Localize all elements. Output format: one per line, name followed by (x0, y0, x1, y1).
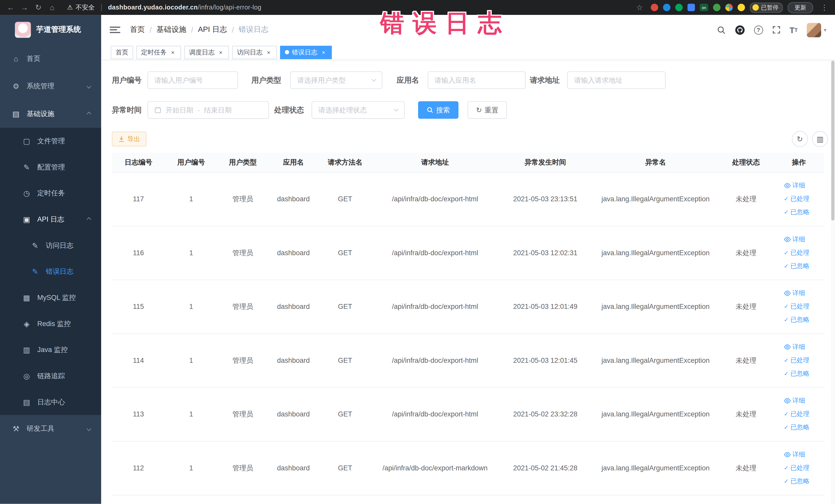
search-icon[interactable] (717, 25, 726, 35)
sidebar-item-config-mgmt[interactable]: ✎ 配置管理 (0, 154, 101, 180)
action-detail[interactable]: 详细 (784, 343, 805, 351)
check-icon: ✓ (784, 411, 789, 418)
action-processed[interactable]: ✓已处理 (784, 194, 810, 203)
extension-icon[interactable] (726, 4, 733, 11)
table-row[interactable]: 114 1 管理员 dashboard GET /api/infra/db-do… (112, 334, 824, 387)
action-ignored[interactable]: ✓已忽略 (784, 369, 810, 378)
tab-error-log[interactable]: 错误日志 × (280, 45, 332, 59)
app-name-input[interactable] (428, 72, 526, 89)
export-button[interactable]: 导出 (112, 132, 147, 146)
user-id-input[interactable] (148, 72, 238, 89)
close-icon[interactable]: × (265, 49, 272, 56)
breadcrumb-item[interactable]: 首页 (130, 25, 145, 35)
action-processed[interactable]: ✓已处理 (784, 463, 810, 472)
action-processed[interactable]: ✓已处理 (784, 409, 810, 419)
refresh-button[interactable]: ↻ (792, 131, 808, 147)
action-ignored[interactable]: ✓已忽略 (784, 423, 810, 432)
sidebar-item-java-monitor[interactable]: ▥ Java 监控 (0, 337, 101, 363)
github-icon[interactable] (735, 25, 745, 35)
cell-user-id: 1 (165, 334, 217, 387)
reset-button-label: 重置 (485, 105, 498, 115)
table-row[interactable]: 116 1 管理员 dashboard GET /api/infra/db-do… (112, 226, 824, 280)
sidebar-item-file-mgmt[interactable]: ▢ 文件管理 (0, 128, 101, 154)
sidebar-item-system-mgmt[interactable]: ⚙ 系统管理 (0, 73, 101, 100)
browser-forward-icon[interactable]: → (18, 2, 31, 13)
action-ignored[interactable]: ✓已忽略 (784, 477, 810, 486)
extension-icon[interactable] (663, 4, 670, 11)
user-menu[interactable]: ▾ (807, 23, 827, 37)
tab-schedule-log[interactable]: 调度日志 × (184, 45, 229, 59)
security-label: 不安全 (76, 3, 95, 12)
close-icon[interactable]: × (217, 49, 224, 56)
action-detail[interactable]: 详细 (784, 450, 805, 459)
action-ignored[interactable]: ✓已忽略 (784, 315, 810, 324)
tab-scheduled-tasks[interactable]: 定时任务 × (136, 45, 181, 59)
breadcrumb-item[interactable]: API 日志 (198, 25, 227, 35)
address-bar[interactable]: dashboard.yudao.iocoder.cn/infra/log/api… (108, 4, 262, 11)
action-detail[interactable]: 详细 (784, 288, 805, 298)
table-row[interactable]: 117 1 管理员 dashboard GET /api/infra/db-do… (112, 172, 824, 226)
action-detail[interactable]: 详细 (784, 235, 805, 244)
extension-icon[interactable] (737, 4, 745, 11)
sidebar-item-error-log[interactable]: ✎ 错误日志 (0, 258, 101, 284)
reset-button[interactable]: ↻ 重置 (467, 101, 507, 119)
logo[interactable]: 芋道管理系统 (0, 15, 101, 45)
extension-icon[interactable] (675, 4, 683, 11)
cell-status: 未处理 (719, 387, 773, 441)
action-detail[interactable]: 详细 (784, 181, 805, 190)
extension-icon[interactable] (687, 4, 695, 11)
hamburger-icon[interactable] (109, 27, 120, 33)
status-select[interactable]: 请选择处理状态 (312, 101, 405, 119)
action-processed[interactable]: ✓已处理 (784, 248, 810, 257)
scrollbar[interactable] (831, 60, 835, 504)
action-processed[interactable]: ✓已处理 (784, 356, 810, 365)
security-chip[interactable]: ⚠ 不安全 (67, 3, 95, 12)
table-row[interactable]: 115 1 管理员 dashboard GET /api/infra/db-do… (112, 280, 824, 334)
extension-on-badge[interactable]: on (700, 4, 708, 11)
date-range-picker[interactable]: 开始日期 - 结束日期 (148, 101, 269, 119)
caret-down-icon: ▾ (824, 27, 826, 33)
sidebar-item-home[interactable]: ⌂ 首页 (0, 45, 101, 73)
sidebar-item-label: 研发工具 (27, 424, 55, 434)
extension-icon[interactable] (651, 4, 658, 11)
check-icon: ✓ (784, 424, 789, 431)
breadcrumb-item[interactable]: 基础设施 (157, 25, 186, 35)
close-icon[interactable]: × (169, 49, 176, 56)
table-row[interactable]: 112 1 管理员 dashboard GET /api/infra/db-do… (112, 441, 824, 495)
sidebar-item-dev-tools[interactable]: ⚒ 研发工具 (0, 415, 101, 443)
browser-home-icon[interactable]: ⌂ (46, 2, 59, 13)
sidebar-item-redis-monitor[interactable]: ◈ Redis 监控 (0, 310, 101, 337)
fullscreen-icon[interactable] (772, 26, 780, 34)
font-size-icon[interactable]: TT (790, 25, 798, 35)
scrollbar-thumb[interactable] (831, 61, 834, 221)
sidebar-item-access-log[interactable]: ✎ 访问日志 (0, 233, 101, 259)
browser-back-icon[interactable]: ← (4, 2, 17, 13)
user-type-select[interactable]: 请选择用户类型 (290, 72, 383, 89)
cell-request-url: /api/infra/db-doc/export-html (372, 280, 498, 334)
kebab-menu-icon[interactable]: ⋮ (818, 2, 831, 13)
action-processed[interactable]: ✓已处理 (784, 302, 810, 311)
extension-icon[interactable] (713, 4, 720, 11)
paused-badge[interactable]: 已暂停 (750, 2, 783, 12)
help-icon[interactable]: ? (754, 25, 763, 35)
column-settings-button[interactable]: ▥ (812, 131, 828, 147)
sidebar-item-infrastructure[interactable]: ▤ 基础设施 (0, 100, 101, 128)
browser-reload-icon[interactable]: ↻ (32, 2, 45, 13)
action-ignored[interactable]: ✓已忽略 (784, 262, 810, 270)
table-row[interactable]: 113 1 管理员 dashboard GET /api/infra/db-do… (112, 387, 824, 441)
update-button[interactable]: 更新 (788, 2, 813, 13)
action-ignored[interactable]: ✓已忽略 (784, 208, 810, 217)
sidebar-item-scheduled-tasks[interactable]: ◷ 定时任务 (0, 180, 101, 206)
action-detail[interactable]: 详细 (784, 397, 805, 405)
request-url-input[interactable] (567, 72, 666, 89)
sidebar-item-mysql-monitor[interactable]: ▦ MySQL 监控 (0, 284, 101, 311)
tab-access-log[interactable]: 访问日志 × (232, 45, 277, 59)
sidebar-item-log-center[interactable]: ▤ 日志中心 (0, 389, 101, 415)
search-button[interactable]: 搜索 (418, 101, 459, 119)
bookmark-star-icon[interactable]: ☆ (633, 2, 646, 13)
close-icon[interactable]: × (320, 49, 327, 56)
cell-app-name: dashboard (268, 172, 319, 226)
tab-home[interactable]: 首页 (111, 45, 133, 59)
sidebar-item-link-tracing[interactable]: ◎ 链路追踪 (0, 363, 101, 389)
sidebar-item-api-log[interactable]: ▣ API 日志 (0, 206, 101, 233)
